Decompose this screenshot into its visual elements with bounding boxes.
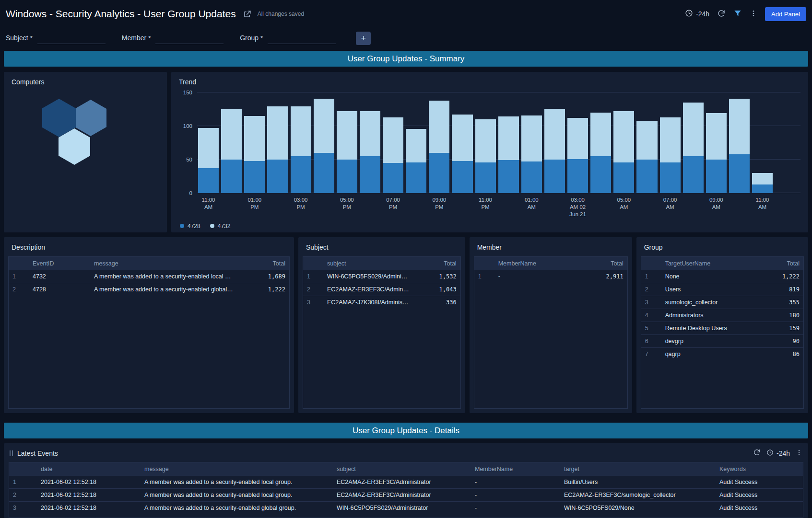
- panel-time-range-control[interactable]: -24h: [766, 449, 790, 458]
- honeycomb-cell-medium[interactable]: [75, 100, 106, 136]
- stacked-bar[interactable]: [198, 92, 219, 193]
- column-header[interactable]: Total: [757, 257, 803, 270]
- stacked-bar[interactable]: [706, 92, 727, 193]
- x-tick-label: [360, 196, 380, 218]
- table-cell: Remote Desktop Users: [661, 322, 757, 335]
- table-row[interactable]: 14732A member was added to a security-en…: [9, 270, 289, 283]
- column-header[interactable]: TargetUserName: [661, 257, 757, 270]
- table-row[interactable]: 3sumologic_collector355: [641, 296, 803, 309]
- table-row[interactable]: 3EC2AMAZ-J7K308I/Administrator336: [303, 296, 460, 309]
- table-row[interactable]: 22021-06-02 12:52:18A member was added t…: [9, 489, 803, 502]
- stacked-bar[interactable]: [475, 92, 496, 193]
- filter-icon: [733, 9, 742, 19]
- x-tick-label: 11:00 PM: [475, 196, 496, 218]
- column-header[interactable]: date: [37, 462, 141, 476]
- stacked-bar[interactable]: [452, 92, 472, 193]
- stacked-bar[interactable]: [544, 92, 565, 193]
- table-cell: devgrp: [661, 335, 757, 348]
- stacked-bar[interactable]: [244, 92, 265, 193]
- table-row[interactable]: 2EC2AMAZ-ER3EF3C/Administrator1,043: [303, 283, 460, 296]
- table-cell: A member was added to a security-enabled…: [90, 270, 237, 283]
- column-header[interactable]: subject: [333, 462, 471, 476]
- stacked-bar[interactable]: [590, 92, 611, 193]
- subject-panel: Subject subjectTotal1WIN-6C5PO5FS029/Adm…: [298, 237, 465, 413]
- column-header[interactable]: MemberName: [494, 257, 577, 270]
- stacked-bar[interactable]: [221, 92, 242, 193]
- stacked-bar[interactable]: [660, 92, 681, 193]
- stacked-bar[interactable]: [567, 92, 588, 193]
- filter-member: Member *: [122, 33, 224, 44]
- table-cell: 1,689: [237, 270, 289, 283]
- kebab-menu-button[interactable]: [750, 9, 757, 19]
- table-row[interactable]: 24728A member was added to a security-en…: [9, 283, 289, 296]
- stacked-bar[interactable]: [337, 92, 357, 193]
- stacked-bar[interactable]: [429, 92, 449, 193]
- stacked-bar[interactable]: [360, 92, 380, 193]
- table-cell: EC2AMAZ-ER3EF3C/sumologic_collector: [560, 489, 716, 502]
- stacked-bar[interactable]: [383, 92, 403, 193]
- column-header[interactable]: subject: [323, 257, 413, 270]
- table-cell: EC2AMAZ-ER3EF3C/Administrator: [333, 476, 471, 489]
- drag-handle-icon[interactable]: [10, 450, 13, 456]
- time-range-control[interactable]: -24h: [685, 9, 709, 19]
- panel-time-range-label: -24h: [777, 449, 790, 457]
- stacked-bar[interactable]: [291, 92, 311, 193]
- member-table-box: MemberNameTotal1-2,911: [474, 256, 628, 409]
- stacked-bar[interactable]: [406, 92, 426, 193]
- table-cell: EC2AMAZ-ER3EF3C/Administrator: [323, 283, 413, 296]
- latest-events-title: Latest Events: [17, 449, 58, 457]
- table-row[interactable]: 5Remote Desktop Users159: [641, 322, 803, 335]
- column-header[interactable]: MemberName: [471, 462, 560, 476]
- filter-label: Member: [122, 34, 146, 42]
- column-header[interactable]: EventID: [29, 257, 90, 270]
- legend-item[interactable]: 4728: [180, 223, 200, 230]
- column-header[interactable]: Total: [577, 257, 627, 270]
- stacked-bar[interactable]: [636, 92, 657, 193]
- column-header[interactable]: Total: [413, 257, 460, 270]
- table-row[interactable]: 32021-06-02 12:52:18A member was added t…: [9, 502, 803, 515]
- add-panel-button[interactable]: Add Panel: [765, 7, 806, 21]
- column-header[interactable]: message: [90, 257, 237, 270]
- stacked-bar[interactable]: [683, 92, 704, 193]
- details-section-header: User Group Updates - Details: [4, 423, 808, 438]
- stacked-bar[interactable]: [521, 92, 542, 193]
- trend-chart: 050100150 11:00 AM01:00 PM03:00 PM05:00 …: [179, 86, 800, 218]
- trend-panel-title: Trend: [179, 78, 800, 86]
- stacked-bar[interactable]: [752, 92, 773, 193]
- panel-refresh-button[interactable]: [753, 449, 761, 458]
- member-filter-input[interactable]: [155, 33, 224, 44]
- table-row[interactable]: 1-2,911: [474, 270, 627, 283]
- add-filter-button[interactable]: +: [356, 32, 371, 45]
- x-tick-label: [729, 196, 750, 218]
- column-header[interactable]: message: [141, 462, 333, 476]
- group-table: TargetUserNameTotal1None1,2222Users8193s…: [641, 257, 803, 360]
- table-cell: 159: [757, 322, 803, 335]
- latest-events-actions: -24h: [753, 449, 802, 458]
- table-row[interactable]: 1WIN-6C5PO5FS029/Administrator1,532: [303, 270, 460, 283]
- refresh-button[interactable]: [717, 9, 726, 19]
- column-header[interactable]: Keywords: [716, 462, 803, 476]
- latest-events-header: Latest Events -24h: [9, 448, 803, 462]
- table-row[interactable]: 12021-06-02 12:52:18A member was added t…: [9, 476, 803, 489]
- group-filter-input[interactable]: [268, 33, 336, 44]
- table-row[interactable]: 1None1,222: [641, 270, 803, 283]
- subject-filter-input[interactable]: [37, 33, 106, 44]
- x-tick-label: 07:00 AM: [660, 196, 681, 218]
- panel-kebab-button[interactable]: [796, 449, 802, 458]
- stacked-bar[interactable]: [314, 92, 334, 193]
- filter-button[interactable]: [733, 9, 742, 19]
- table-row[interactable]: 6devgrp90: [641, 335, 803, 348]
- stacked-bar[interactable]: [267, 92, 288, 193]
- table-cell: 90: [757, 335, 803, 348]
- share-icon[interactable]: [243, 10, 252, 19]
- stacked-bar[interactable]: [498, 92, 519, 193]
- column-header[interactable]: Total: [237, 257, 289, 270]
- table-row[interactable]: 2Users819: [641, 283, 803, 296]
- stacked-bar[interactable]: [613, 92, 634, 193]
- table-row[interactable]: 7qagrp86: [641, 348, 803, 361]
- stacked-bar[interactable]: [729, 92, 750, 193]
- legend-item[interactable]: 4732: [210, 223, 231, 230]
- column-header[interactable]: target: [560, 462, 716, 476]
- x-tick-label: [544, 196, 565, 218]
- table-row[interactable]: 4Administrators180: [641, 309, 803, 322]
